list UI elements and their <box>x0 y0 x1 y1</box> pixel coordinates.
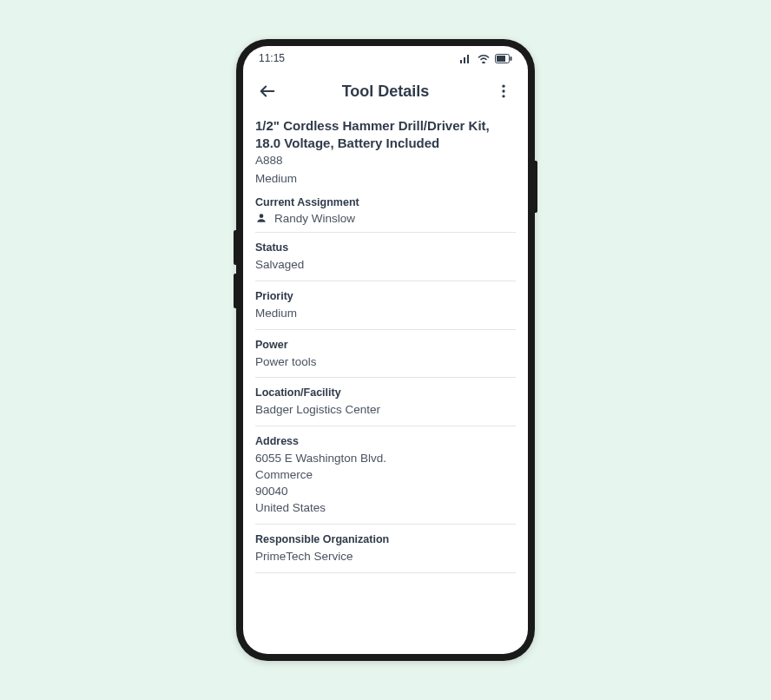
content-scroll[interactable]: 1/2" Cordless Hammer Drill/Driver Kit, 1… <box>243 112 528 654</box>
svg-rect-4 <box>497 56 505 62</box>
tool-header: 1/2" Cordless Hammer Drill/Driver Kit, 1… <box>255 117 516 188</box>
svg-rect-5 <box>511 56 512 61</box>
status-time: 11:15 <box>259 52 285 64</box>
screen: 11:15 Tool Details 1/2" Cordless Hammer … <box>243 46 528 654</box>
section-value: Power tools <box>255 354 516 371</box>
section-status: Status Salvaged <box>255 233 516 281</box>
section-value: Medium <box>255 306 516 322</box>
svg-rect-1 <box>464 57 465 63</box>
svg-point-6 <box>502 85 504 88</box>
more-menu-button[interactable] <box>491 79 516 103</box>
section-label: Status <box>255 241 516 254</box>
section-label: Power <box>255 339 516 351</box>
section-organization: Responsible Organization PrimeTech Servi… <box>255 525 516 573</box>
back-button[interactable] <box>255 79 280 103</box>
section-assignment: Current Assignment Randy Winslow <box>255 188 516 233</box>
address-line: United States <box>255 500 516 517</box>
section-priority: Priority Medium <box>255 281 516 330</box>
more-vert-icon <box>495 83 512 100</box>
assignment-row: Randy Winslow <box>255 212 516 225</box>
status-bar: 11:15 <box>243 46 528 70</box>
phone-frame: 11:15 Tool Details 1/2" Cordless Hammer … <box>236 39 535 661</box>
address-line: 6055 E Washington Blvd. <box>255 451 516 467</box>
address-block: 6055 E Washington Blvd. Commerce 90040 U… <box>255 451 516 517</box>
svg-rect-0 <box>460 60 462 63</box>
tool-code: A888 <box>255 153 516 169</box>
app-bar: Tool Details <box>243 70 528 112</box>
signal-icon <box>460 54 472 63</box>
svg-rect-2 <box>467 55 469 63</box>
status-icons <box>460 54 512 63</box>
address-line: Commerce <box>255 467 516 484</box>
section-label: Priority <box>255 290 516 302</box>
person-icon <box>255 212 267 224</box>
tool-sub: Medium <box>255 171 516 188</box>
svg-point-9 <box>260 215 264 219</box>
section-value: Salvaged <box>255 257 516 274</box>
svg-point-7 <box>502 89 504 92</box>
section-power: Power Power tools <box>255 330 516 379</box>
address-line: 90040 <box>255 484 516 500</box>
section-label: Location/Facility <box>255 386 516 399</box>
section-label: Responsible Organization <box>255 533 516 545</box>
battery-icon <box>495 54 512 63</box>
arrow-back-icon <box>258 82 277 101</box>
section-address: Address 6055 E Washington Blvd. Commerce… <box>255 426 516 525</box>
assignment-value: Randy Winslow <box>274 212 355 225</box>
section-label: Address <box>255 435 516 447</box>
tool-name: 1/2" Cordless Hammer Drill/Driver Kit, 1… <box>255 117 516 151</box>
section-location: Location/Facility Badger Logistics Cente… <box>255 378 516 426</box>
section-label: Current Assignment <box>255 196 516 208</box>
section-value: Badger Logistics Center <box>255 402 516 419</box>
wifi-icon <box>478 54 490 63</box>
section-value: PrimeTech Service <box>255 549 516 565</box>
page-title: Tool Details <box>243 83 528 101</box>
svg-point-8 <box>502 95 504 97</box>
